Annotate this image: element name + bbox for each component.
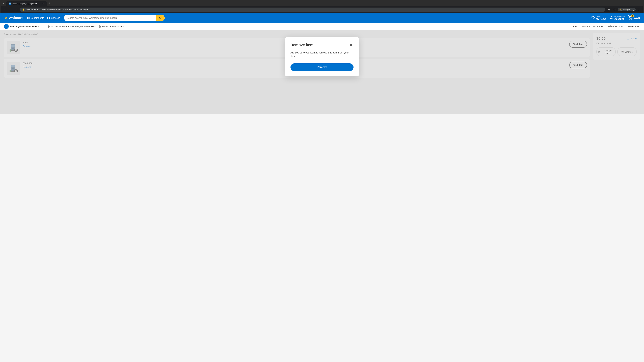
tab-expand-button[interactable]: ▼ bbox=[1, 1, 6, 6]
header-nav: Departments Services bbox=[27, 16, 60, 19]
browser-toolbar: ← → ↻ 🔒 walmart.com/lists/WL/4ec86edb-ca… bbox=[1, 6, 643, 13]
incognito-badge[interactable]: 🥷 Incognito (2) bbox=[618, 8, 636, 11]
address-bar[interactable]: 🔒 walmart.com/lists/WL/4ec86edb-cad9-47d… bbox=[20, 7, 605, 12]
close-icon bbox=[349, 43, 353, 46]
incognito-label: Incognito (2) bbox=[623, 8, 634, 11]
grid-icon bbox=[27, 16, 30, 19]
incognito-icon: 🥷 bbox=[619, 8, 622, 11]
tab-favicon: W bbox=[9, 2, 11, 5]
forward-button[interactable]: → bbox=[8, 7, 13, 12]
bookmark-button[interactable]: ★ bbox=[606, 7, 611, 12]
reorder-label: Reorder bbox=[596, 15, 606, 17]
svg-point-12 bbox=[632, 19, 632, 19]
svg-point-13 bbox=[48, 26, 49, 27]
svg-rect-0 bbox=[27, 16, 28, 17]
my-items-text: Reorder My Items bbox=[596, 15, 606, 20]
search-button[interactable] bbox=[156, 15, 165, 21]
store-info[interactable]: Secaucus Supercenter bbox=[98, 25, 124, 28]
grocery-nav[interactable]: Grocery & Essentials bbox=[582, 25, 604, 28]
account-text: Hi, Lauren D Account bbox=[614, 15, 625, 20]
svg-point-10 bbox=[611, 16, 612, 18]
tab-close-button[interactable]: ✕ bbox=[42, 2, 44, 5]
heart-icon bbox=[591, 16, 595, 20]
modal-overlay: Remove item Are you sure you want to rem… bbox=[0, 30, 644, 114]
account-action[interactable]: Hi, Lauren D Account bbox=[610, 15, 625, 20]
browser-tabs: ▼ W Essentials | My Lists | Walmart.c...… bbox=[1, 1, 643, 6]
browser-chrome: ▼ W Essentials | My Lists | Walmart.c...… bbox=[0, 0, 644, 13]
search-input[interactable] bbox=[64, 15, 156, 21]
services-nav[interactable]: Services bbox=[47, 16, 60, 19]
sub-header: ↻ How do you want your items? ▼ 20 Coope… bbox=[0, 23, 644, 30]
walmart-spark-icon: ✳ bbox=[4, 15, 8, 21]
dropdown-chevron-icon: ▼ bbox=[40, 25, 42, 28]
modal-close-button[interactable] bbox=[348, 42, 354, 47]
walmart-logo[interactable]: ✳ walmart bbox=[4, 15, 23, 21]
svg-rect-5 bbox=[49, 16, 50, 17]
deals-nav[interactable]: Deals bbox=[572, 25, 578, 28]
address-text: walmart.com/lists/WL/4ec86edb-cad9-47d4-… bbox=[26, 8, 603, 11]
walmart-logo-text: walmart bbox=[9, 16, 23, 20]
svg-line-9 bbox=[161, 18, 162, 19]
svg-rect-2 bbox=[27, 18, 28, 19]
store-icon bbox=[98, 25, 101, 28]
search-icon bbox=[159, 16, 162, 19]
modal-body: Are you sure you want to remove this ite… bbox=[290, 51, 354, 58]
remove-item-modal: Remove item Are you sure you want to rem… bbox=[285, 37, 359, 76]
winter-nav[interactable]: Winter Prep bbox=[628, 25, 640, 28]
hi-label: Hi, Lauren D bbox=[614, 15, 625, 17]
location-pin-icon bbox=[48, 25, 50, 28]
svg-rect-1 bbox=[28, 16, 30, 17]
delivery-selector[interactable]: ↻ How do you want your items? ▼ bbox=[4, 24, 42, 29]
cart-button[interactable]: 3 $32.91 bbox=[628, 15, 640, 20]
page-content: Enter an item, like "milk" or "coffee". bbox=[0, 30, 644, 114]
delivery-icon: ↻ bbox=[4, 24, 9, 29]
search-bar bbox=[64, 15, 165, 21]
header-actions: Reorder My Items Hi, Lauren D Account 3 bbox=[591, 15, 640, 20]
svg-rect-3 bbox=[28, 18, 30, 19]
location-info[interactable]: 20 Cooper Square, New York, NY 10003, US… bbox=[48, 25, 96, 28]
svg-rect-6 bbox=[47, 18, 48, 19]
store-name: Secaucus Supercenter bbox=[102, 25, 124, 28]
svg-point-11 bbox=[630, 19, 630, 19]
address-text: 20 Cooper Square, New York, NY 10003, US… bbox=[51, 25, 96, 28]
valentines-nav[interactable]: Valentine's Day bbox=[608, 25, 624, 28]
cart-price: $32.91 bbox=[634, 17, 640, 19]
services-label: Services bbox=[51, 16, 60, 19]
back-button[interactable]: ← bbox=[3, 7, 8, 12]
cart-count-badge: 3 bbox=[631, 14, 634, 17]
modal-header: Remove item bbox=[290, 42, 354, 47]
delivery-label: How do you want your items? bbox=[10, 25, 39, 28]
modal-remove-button[interactable]: Remove bbox=[290, 63, 354, 71]
account-label: Account bbox=[614, 17, 625, 20]
new-tab-button[interactable]: + bbox=[47, 1, 52, 6]
browser-tab-active[interactable]: W Essentials | My Lists | Walmart.c... ✕ bbox=[6, 1, 46, 6]
reload-button[interactable]: ↻ bbox=[14, 7, 19, 12]
toolbar-actions: ★ □ 🥷 Incognito (2) ⋮ bbox=[606, 7, 641, 12]
lock-icon: 🔒 bbox=[22, 8, 25, 11]
modal-title: Remove item bbox=[290, 43, 314, 47]
svg-rect-7 bbox=[49, 18, 50, 19]
services-icon bbox=[47, 16, 50, 19]
divider bbox=[44, 24, 45, 28]
profile-button[interactable]: □ bbox=[612, 7, 617, 12]
tab-title: Essentials | My Lists | Walmart.c... bbox=[12, 2, 40, 5]
account-icon bbox=[610, 16, 613, 20]
svg-rect-4 bbox=[47, 16, 48, 17]
more-options-button[interactable]: ⋮ bbox=[636, 7, 641, 12]
departments-nav[interactable]: Departments bbox=[27, 16, 44, 19]
my-items-action[interactable]: Reorder My Items bbox=[591, 15, 606, 20]
sub-nav: Deals Grocery & Essentials Valentine's D… bbox=[572, 25, 640, 28]
my-items-label: My Items bbox=[596, 17, 606, 20]
departments-label: Departments bbox=[30, 16, 44, 19]
walmart-header: ✳ walmart Departments Services bbox=[0, 13, 644, 23]
svg-point-8 bbox=[160, 17, 161, 19]
